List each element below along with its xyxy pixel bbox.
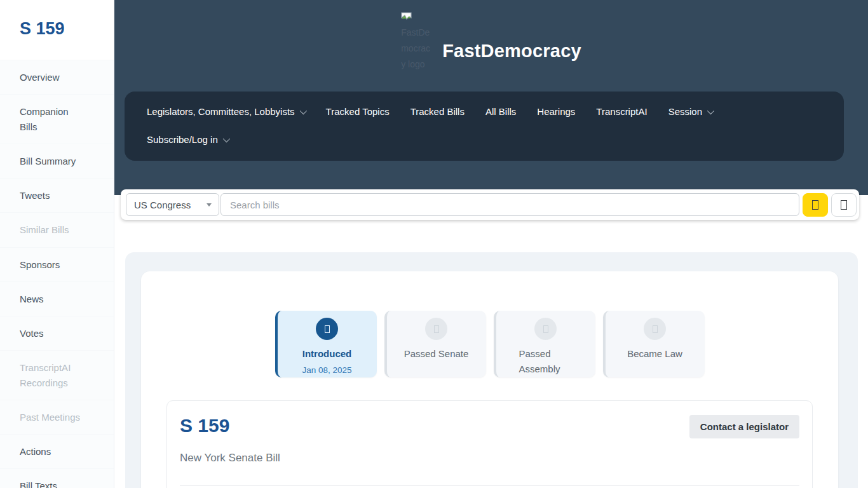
nav-item-label: Tracked Topics — [326, 106, 390, 117]
bill-number-title: S 159 — [180, 415, 229, 437]
sidebar-item-similar-bills: Similar Bills — [0, 212, 114, 247]
logo-row: FastDemocracy logo FastDemocracy — [114, 0, 868, 92]
sidebar-item-votes[interactable]: Votes — [0, 316, 114, 350]
nav-item-label: Subscribe/Log in — [147, 134, 218, 145]
sidebar-item-transcriptai-recordings: TranscriptAI Recordings — [0, 350, 114, 400]
sidebar-bill-number: S 159 — [0, 0, 114, 39]
nav-item-tracked-topics[interactable]: Tracked Topics — [326, 106, 390, 117]
step-circle — [534, 318, 557, 340]
jurisdiction-selected-value: US Congress — [134, 200, 191, 210]
step-status-icon — [325, 325, 330, 333]
bill-subtitle: New York Senate Bill — [180, 452, 799, 464]
nav-item-legislators-committees-lobbyists[interactable]: Legislators, Committees, Lobbyists — [147, 106, 305, 117]
step-status-icon — [434, 325, 439, 333]
brand-logo-broken-image[interactable]: FastDemocracy logo — [401, 9, 431, 72]
nav-item-label: TranscriptAI — [596, 106, 647, 117]
broken-image-icon — [401, 12, 412, 21]
chevron-down-icon — [707, 107, 714, 114]
filter-icon — [841, 200, 847, 210]
step-status-icon — [543, 325, 548, 333]
nav-item-all-bills[interactable]: All Bills — [485, 106, 516, 117]
step-date: Jan 08, 2025 — [278, 365, 377, 375]
step-circle — [316, 318, 338, 340]
sidebar-item-actions[interactable]: Actions — [0, 434, 114, 468]
section-divider — [180, 485, 799, 486]
step-circle — [425, 318, 447, 340]
brand-title[interactable]: FastDemocracy — [442, 41, 581, 62]
step-label: Passed Assembly — [519, 346, 573, 377]
site-header: FastDemocracy logo FastDemocracy Legisla… — [114, 0, 868, 195]
nav-item-tracked-bills[interactable]: Tracked Bills — [410, 106, 465, 117]
sidebar-item-companion-bills[interactable]: Companion Bills — [0, 94, 114, 144]
sidebar-nav: Overview Companion Bills Bill Summary Tw… — [0, 60, 114, 488]
step-label: Passed Senate — [387, 346, 486, 362]
nav-item-label: Session — [668, 106, 702, 117]
step-became-law[interactable]: Became Law — [603, 311, 705, 377]
bill-card: Introduced Jan 08, 2025 Passed Senate Pa… — [141, 271, 838, 488]
bill-info-section: S 159 Contact a legislator New York Sena… — [166, 400, 813, 488]
search-input[interactable] — [220, 193, 799, 216]
step-introduced[interactable]: Introduced Jan 08, 2025 — [275, 311, 377, 377]
jurisdiction-select[interactable]: US Congress — [126, 193, 219, 216]
nav-item-subscribe-login[interactable]: Subscribe/Log in — [147, 134, 228, 145]
select-caret-icon — [207, 203, 212, 207]
nav-item-label: Legislators, Committees, Lobbyists — [147, 106, 295, 117]
nav-row-2: Subscribe/Log in — [147, 134, 822, 145]
sidebar-item-bill-summary[interactable]: Bill Summary — [0, 144, 114, 178]
step-passed-senate[interactable]: Passed Senate — [384, 311, 486, 377]
search-button[interactable] — [803, 193, 828, 217]
main-column: FastDemocracy logo FastDemocracy Legisla… — [114, 0, 868, 488]
step-passed-assembly[interactable]: Passed Assembly — [494, 311, 595, 377]
nav-item-hearings[interactable]: Hearings — [537, 106, 575, 117]
advanced-search-button[interactable] — [831, 193, 857, 217]
sidebar-item-bill-texts[interactable]: Bill Texts — [0, 468, 114, 488]
chevron-down-icon — [299, 107, 306, 114]
sidebar: S 159 Overview Companion Bills Bill Summ… — [0, 0, 114, 488]
sidebar-item-news[interactable]: News — [0, 281, 114, 316]
main-nav: Legislators, Committees, Lobbyists Track… — [125, 92, 844, 161]
nav-item-session[interactable]: Session — [668, 106, 712, 117]
bill-progress-steps: Introduced Jan 08, 2025 Passed Senate Pa… — [166, 311, 813, 377]
sidebar-item-sponsors[interactable]: Sponsors — [0, 247, 114, 281]
step-status-icon — [653, 325, 658, 333]
contact-legislator-button[interactable]: Contact a legislator — [689, 415, 799, 438]
logo-alt-text: FastDemocracy logo — [401, 27, 430, 69]
bill-header-row: S 159 Contact a legislator — [180, 415, 799, 438]
chevron-down-icon — [223, 135, 230, 142]
sidebar-item-overview[interactable]: Overview — [0, 60, 114, 94]
sidebar-item-tweets[interactable]: Tweets — [0, 178, 114, 212]
step-label: Became Law — [606, 346, 705, 362]
step-circle — [644, 318, 666, 340]
sidebar-item-past-meetings: Past Meetings — [0, 400, 114, 434]
nav-item-label: Tracked Bills — [410, 106, 465, 117]
content-wrapper: Introduced Jan 08, 2025 Passed Senate Pa… — [125, 252, 858, 488]
nav-row-1: Legislators, Committees, Lobbyists Track… — [147, 106, 822, 117]
search-icon — [812, 200, 818, 210]
nav-item-transcriptai[interactable]: TranscriptAI — [596, 106, 647, 117]
nav-item-label: All Bills — [485, 106, 516, 117]
search-bar: US Congress — [121, 189, 859, 220]
nav-item-label: Hearings — [537, 106, 575, 117]
step-label: Introduced — [278, 346, 377, 362]
